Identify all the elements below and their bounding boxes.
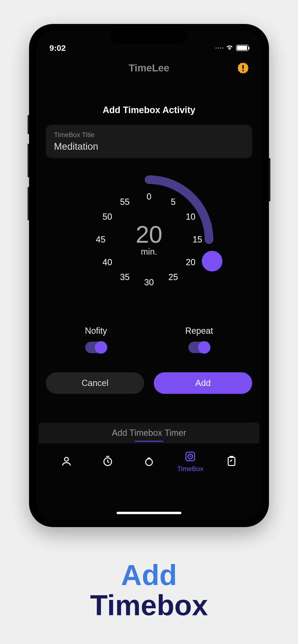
tab-profile[interactable]	[52, 456, 81, 468]
dial-tick: 45	[96, 234, 105, 244]
dial-tick: 35	[120, 272, 129, 282]
tab-timer[interactable]	[93, 456, 122, 468]
svg-point-2	[65, 457, 68, 461]
battery-icon	[236, 45, 249, 51]
repeat-label: Repeat	[185, 326, 213, 336]
svg-rect-1	[242, 65, 244, 69]
dial-value: 20	[135, 222, 162, 246]
clipboard-icon	[226, 456, 237, 468]
tomato-icon	[143, 456, 155, 468]
input-label: TimeBox Title	[54, 131, 244, 139]
svg-rect-7	[228, 457, 235, 466]
home-indicator[interactable]	[117, 512, 181, 514]
dial-tick: 55	[120, 197, 129, 207]
tab-pomodoro[interactable]	[135, 456, 163, 468]
input-value: Meditation	[54, 141, 244, 152]
promo-caption: Add Timebox	[90, 560, 208, 621]
notify-label: Nofity	[85, 326, 107, 336]
dial-unit: min.	[135, 247, 162, 257]
tab-notes[interactable]	[217, 456, 246, 468]
notify-toggle[interactable]	[85, 342, 107, 353]
svg-point-4	[146, 459, 152, 466]
svg-point-0	[242, 70, 244, 72]
timer-icon	[102, 456, 113, 468]
app-title: TimeLee	[129, 62, 169, 74]
promo-line2: Timebox	[90, 590, 208, 621]
tab-bar: TimeBox	[39, 444, 259, 478]
alert-badge-icon[interactable]	[236, 61, 250, 75]
person-icon	[61, 456, 72, 468]
tab-header-text: Add Timebox Timer	[39, 428, 259, 438]
cancel-button[interactable]: Cancel	[46, 372, 144, 394]
wifi-icon	[226, 45, 233, 51]
repeat-toggle[interactable]	[188, 342, 210, 353]
dial-handle[interactable]	[202, 251, 222, 272]
cellular-icon	[215, 48, 223, 49]
time-dial[interactable]: 0 5 10 15 20 25 30 35 40 45 50 55 20 min…	[82, 172, 216, 307]
dial-tick: 0	[146, 192, 152, 202]
dial-tick: 30	[144, 278, 154, 288]
promo-line1: Add	[90, 560, 208, 590]
dial-tick: 40	[102, 257, 112, 268]
dial-tick: 15	[193, 234, 202, 244]
status-time: 9:02	[49, 43, 66, 53]
section-title: Add Timebox Activity	[46, 105, 252, 115]
dial-tick: 10	[186, 212, 196, 222]
add-button[interactable]: Add	[154, 372, 252, 394]
tab-timebox[interactable]: TimeBox	[176, 451, 205, 473]
timebox-title-field[interactable]: TimeBox Title Meditation	[46, 125, 252, 158]
dial-tick: 5	[171, 197, 176, 207]
tab-header[interactable]: Add Timebox Timer	[39, 422, 259, 444]
dial-tick: 50	[102, 212, 112, 222]
clock-box-icon	[185, 451, 196, 463]
tab-label: TimeBox	[177, 465, 203, 473]
dial-tick: 25	[169, 272, 178, 282]
dial-tick: 20	[186, 257, 196, 268]
